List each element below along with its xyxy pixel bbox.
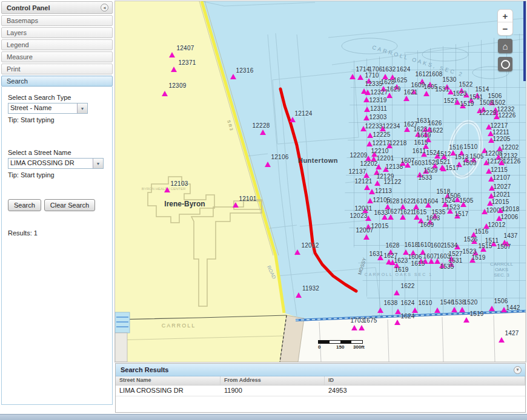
map-marker-triangle[interactable]: [233, 202, 239, 208]
map-marker-triangle[interactable]: [265, 162, 271, 167]
map-marker-triangle[interactable]: [363, 234, 370, 240]
map-marker-triangle[interactable]: [290, 117, 296, 122]
map-text-label: SEC. 3: [494, 272, 509, 278]
search-button[interactable]: Search: [8, 199, 41, 211]
map-marker-label: 1629: [386, 86, 400, 93]
map-marker-triangle[interactable]: [394, 320, 400, 325]
map-marker-triangle[interactable]: [499, 337, 505, 343]
map-marker-label: 1509: [462, 160, 476, 166]
results-table-header: Street NameFrom AddressID: [116, 376, 525, 386]
map-marker-triangle[interactable]: [359, 325, 365, 330]
map-marker-label: 12210: [371, 148, 389, 154]
search-type-select[interactable]: Street - Name ▼: [8, 103, 88, 114]
map-marker-triangle[interactable]: [366, 141, 373, 146]
search-type-label: Select a Search Type: [8, 94, 106, 101]
map-marker-triangle[interactable]: [350, 74, 356, 79]
map-marker-triangle[interactable]: [169, 52, 175, 57]
scrollbar-strip[interactable]: [523, 1, 526, 81]
map-marker-triangle[interactable]: [164, 187, 170, 192]
map-marker-triangle[interactable]: [171, 67, 177, 72]
results-column-header[interactable]: From Address: [220, 376, 325, 385]
results-table-body: LIMA CROSSING DR1190024953: [116, 386, 525, 396]
map-marker-triangle[interactable]: [459, 307, 465, 312]
map-marker-label: 12311: [370, 105, 387, 112]
map-marker-label: 1525: [425, 159, 439, 166]
map-marker-triangle[interactable]: [369, 189, 375, 194]
search-type-value: Street - Name: [8, 103, 77, 113]
map-marker-label: 1703: [350, 317, 364, 324]
map-marker-label: 1535: [440, 263, 454, 270]
map-marker-triangle[interactable]: [351, 325, 357, 330]
map-marker-triangle[interactable]: [296, 292, 302, 298]
street-name-select[interactable]: LIMA CROSSING DR ▼: [8, 158, 104, 169]
map-marker-triangle[interactable]: [363, 115, 370, 120]
map-marker-label: 12006: [501, 214, 519, 220]
results-column-header[interactable]: Street Name: [116, 376, 220, 385]
sidebar-item-measure[interactable]: Measure: [1, 51, 113, 62]
map-marker-triangle[interactable]: [403, 96, 409, 101]
map-text-label: Huntertown: [298, 157, 338, 164]
map-marker-triangle[interactable]: [357, 74, 363, 80]
map-marker-label: 12015: [492, 199, 509, 205]
map-marker-label: 12121: [355, 178, 373, 185]
map-marker-triangle[interactable]: [451, 307, 457, 312]
map-marker-label: 1609: [411, 82, 425, 88]
sidebar-item-layers[interactable]: Layers: [1, 27, 113, 38]
collapse-panel-icon[interactable]: ◂: [101, 4, 108, 11]
sidebar-item-basemaps[interactable]: Basemaps: [1, 15, 113, 26]
map-marker-label: 1517: [445, 165, 459, 171]
map-marker-triangle[interactable]: [364, 107, 370, 112]
map-marker-label: 1627: [386, 208, 400, 215]
map-marker-triangle[interactable]: [162, 91, 168, 96]
map-marker-triangle[interactable]: [365, 90, 371, 95]
map-marker-triangle[interactable]: [394, 290, 400, 295]
map-marker-triangle[interactable]: [367, 198, 373, 203]
collapse-results-icon[interactable]: ▾: [514, 366, 522, 374]
map-marker-triangle[interactable]: [374, 180, 380, 186]
map-marker-label: 12137: [349, 168, 366, 175]
sidebar-item-search[interactable]: Search: [1, 76, 113, 87]
chevron-down-icon[interactable]: ▼: [77, 103, 87, 113]
sidebar-item-print[interactable]: Print: [1, 64, 113, 74]
locate-button[interactable]: [498, 57, 512, 71]
map-marker-label: 1442: [506, 304, 520, 311]
map-marker-triangle[interactable]: [489, 306, 495, 311]
map-marker-label: 12107: [493, 174, 511, 181]
clear-search-button[interactable]: Clear Search: [44, 199, 95, 211]
map-marker-label: 1624: [400, 300, 414, 306]
search-results-header: Search Results ▾: [116, 364, 525, 376]
map-marker-label: 1615: [411, 260, 425, 267]
map-marker-triangle[interactable]: [463, 317, 469, 323]
map-marker-label: 1628: [385, 198, 399, 205]
map-marker-triangle[interactable]: [388, 214, 394, 220]
map-marker-label: 1610: [417, 241, 431, 248]
sidebar-item-legend[interactable]: Legend: [1, 39, 113, 50]
map-marker-label: 1631: [369, 251, 383, 257]
home-extent-button[interactable]: ⌂: [498, 39, 512, 53]
map-marker-label: 1506: [494, 298, 508, 304]
map-marker-label: 12202: [360, 160, 378, 167]
map-marker-triangle[interactable]: [377, 307, 383, 313]
map-marker-triangle[interactable]: [434, 307, 440, 313]
map-marker-triangle[interactable]: [367, 133, 373, 138]
map-marker-label: 12407: [177, 45, 194, 51]
zoom-out-button[interactable]: −: [498, 22, 512, 34]
map-marker-label: 1615: [413, 209, 426, 215]
map-marker-label: 1638: [383, 300, 397, 306]
zoom-in-button[interactable]: +: [498, 10, 512, 22]
map-canvas[interactable]: HuntertownIrene-ByronBYRON HEALTH CENTER…: [115, 1, 526, 362]
map-marker-triangle[interactable]: [294, 249, 300, 255]
results-table-row[interactable]: LIMA CROSSING DR1190024953: [116, 386, 525, 396]
map-marker-triangle[interactable]: [405, 162, 411, 168]
map-marker-triangle[interactable]: [363, 97, 370, 102]
map-marker-label: 1633: [374, 209, 388, 216]
map-marker-triangle[interactable]: [230, 74, 236, 79]
map-marker-label: 12012: [302, 242, 319, 249]
map-marker-label: 1526: [463, 236, 477, 243]
map-marker-label: 1531: [435, 86, 449, 93]
results-column-header[interactable]: ID: [325, 376, 525, 385]
chevron-down-icon[interactable]: ▼: [93, 159, 103, 168]
map-marker-triangle[interactable]: [423, 91, 429, 96]
street-name-tip: Tip: Start typing: [8, 171, 106, 179]
map-marker-triangle[interactable]: [260, 130, 266, 135]
